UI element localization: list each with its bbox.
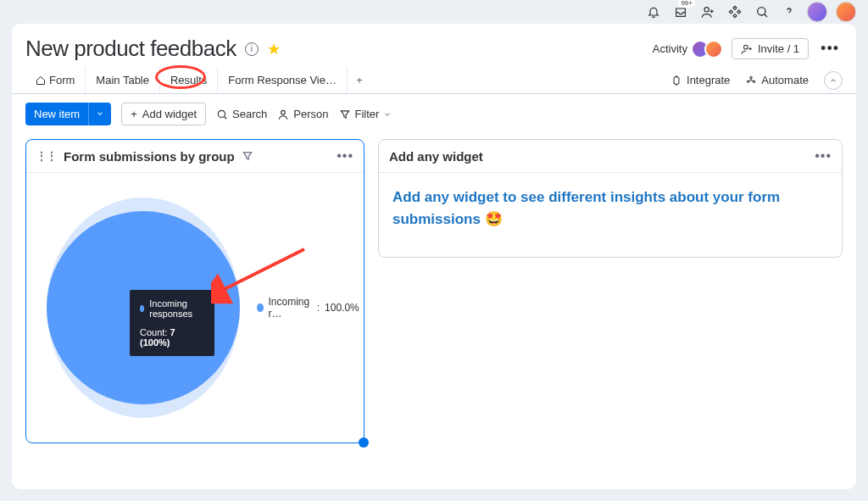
drag-handle-icon[interactable]: ⋮⋮: [36, 150, 57, 162]
chevron-down-icon[interactable]: [88, 103, 111, 125]
help-icon[interactable]: [780, 3, 798, 21]
widget-placeholder-text: Add any widget to see different insights…: [392, 186, 828, 231]
search-button[interactable]: Search: [216, 108, 267, 120]
plus-icon: +: [131, 108, 137, 120]
widget-header: Add any widget •••: [379, 140, 842, 173]
board-title-wrap: New product feedback i ★: [25, 36, 280, 62]
filter-icon[interactable]: [242, 150, 253, 162]
legend-dot: [257, 303, 264, 312]
widget-add-any[interactable]: Add any widget ••• Add any widget to see…: [378, 139, 843, 258]
automate-button[interactable]: Automate: [745, 74, 809, 86]
person-label: Person: [293, 108, 328, 120]
widget-form-submissions[interactable]: ⋮⋮ Form submissions by group ••• Incomin…: [25, 139, 364, 443]
search-icon[interactable]: [753, 3, 771, 21]
svg-point-7: [281, 110, 286, 114]
svg-point-2: [743, 45, 748, 49]
tab-label: Form: [49, 74, 75, 86]
pie-legend-item[interactable]: Incoming r… : 100.0%: [257, 296, 359, 320]
star-icon[interactable]: ★: [267, 40, 281, 58]
new-item-label: New item: [25, 103, 88, 125]
board-card: New product feedback i ★ Activity Invite…: [12, 24, 856, 489]
legend-label: Incoming r…: [269, 296, 312, 320]
svg-point-1: [758, 8, 765, 15]
filter-label: Filter: [355, 108, 380, 120]
integrate-label: Integrate: [687, 74, 730, 86]
widget-title[interactable]: Add any widget: [389, 149, 483, 164]
app-topbar: 99+: [632, 0, 868, 24]
integrate-button[interactable]: Integrate: [670, 74, 730, 86]
invite-button[interactable]: Invite / 1: [732, 38, 809, 59]
tab-form[interactable]: Form: [25, 67, 86, 93]
board-header: New product feedback i ★ Activity Invite…: [12, 24, 856, 67]
filter-button[interactable]: Filter: [339, 108, 392, 120]
inbox-badge: 99+: [678, 0, 695, 8]
legend-value: 100.0%: [325, 302, 359, 314]
search-label: Search: [232, 108, 267, 120]
add-widget-label: Add widget: [142, 108, 197, 120]
user-avatar[interactable]: [836, 2, 856, 22]
legend-separator: :: [317, 302, 320, 314]
svg-point-6: [218, 110, 225, 117]
widget-body: Add any widget to see different insights…: [379, 173, 842, 245]
resize-handle[interactable]: [359, 437, 369, 448]
new-item-button[interactable]: New item: [25, 103, 111, 125]
notifications-icon[interactable]: [644, 3, 663, 21]
board-header-right: Activity Invite / 1 •••: [653, 38, 843, 59]
widget-title[interactable]: Form submissions by group: [64, 149, 235, 164]
tab-results[interactable]: Results: [160, 67, 218, 93]
widget-options-icon[interactable]: •••: [337, 148, 353, 164]
tabs-right: Integrate Automate: [670, 71, 843, 90]
chart-tooltip: Incoming responses Count: 7 (100%): [130, 290, 214, 356]
inbox-icon[interactable]: 99+: [671, 3, 690, 21]
invite-members-icon[interactable]: [698, 3, 717, 21]
tab-label: Form Response Vie…: [228, 74, 337, 86]
tooltip-label: Incoming responses: [149, 298, 204, 319]
info-icon[interactable]: i: [245, 42, 259, 56]
tab-label: Results: [170, 74, 207, 86]
widget-options-icon[interactable]: •••: [815, 148, 832, 164]
tooltip-dot: [140, 305, 144, 312]
collapse-header-button[interactable]: [824, 71, 843, 90]
page-title[interactable]: New product feedback: [25, 36, 236, 62]
widget-body: Incoming r… : 100.0% Incoming responses …: [26, 173, 364, 443]
tab-form-response-view[interactable]: Form Response Vie…: [218, 67, 348, 93]
tabs-row: Form Main Table Results Form Response Vi…: [12, 67, 856, 94]
tab-label: Main Table: [96, 74, 149, 86]
tooltip-count-label: Count:: [140, 327, 167, 337]
activity-avatars[interactable]: [696, 40, 723, 58]
svg-point-0: [704, 8, 709, 12]
product-avatar[interactable]: [807, 2, 827, 22]
tab-main-table[interactable]: Main Table: [86, 67, 160, 93]
add-widget-button[interactable]: + Add widget: [121, 103, 206, 125]
apps-icon[interactable]: [726, 3, 744, 21]
add-view-button[interactable]: +: [348, 67, 371, 93]
person-filter-button[interactable]: Person: [277, 108, 328, 120]
board-content: ⋮⋮ Form submissions by group ••• Incomin…: [12, 134, 856, 457]
svg-point-3: [750, 76, 752, 78]
board-options-icon[interactable]: •••: [817, 40, 843, 58]
tabs-list: Form Main Table Results Form Response Vi…: [25, 67, 371, 93]
widget-header: ⋮⋮ Form submissions by group •••: [26, 140, 364, 173]
activity-label[interactable]: Activity: [653, 42, 687, 55]
automate-label: Automate: [761, 74, 809, 86]
board-toolbar: New item + Add widget Search Person Filt…: [12, 94, 856, 134]
invite-label: Invite / 1: [758, 42, 799, 55]
